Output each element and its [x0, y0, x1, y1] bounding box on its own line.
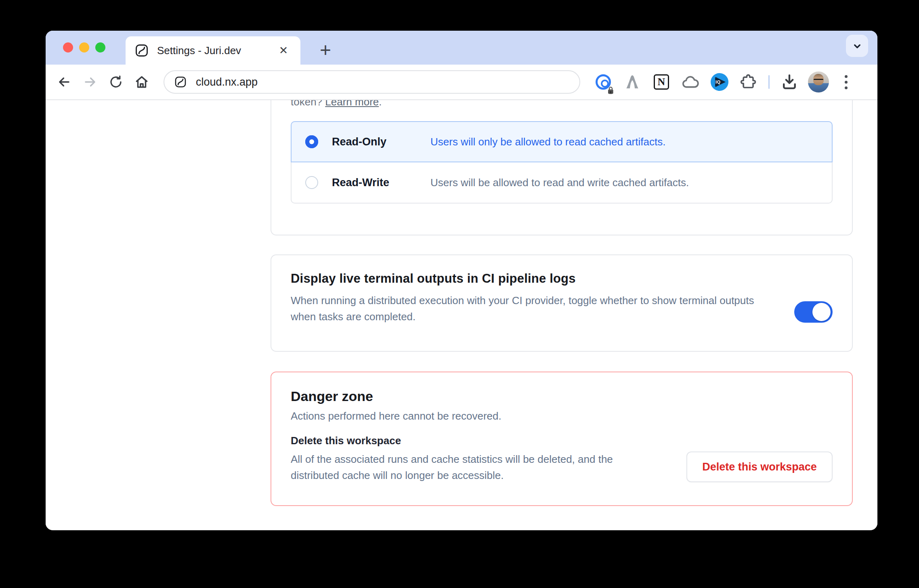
access-row-description: Users will be allowed to read and write … — [430, 176, 689, 189]
danger-zone-card: Danger zone Actions performed here canno… — [271, 372, 853, 506]
play-badge-icon: IQ — [711, 73, 728, 91]
access-row-read-only[interactable]: Read-Only Users will only be allowed to … — [291, 121, 833, 162]
site-favicon-icon — [174, 76, 187, 88]
access-token-card: token? Learn more. Read-Only Users will … — [271, 100, 853, 235]
lock-icon: 🔒 — [606, 87, 615, 94]
access-row-label: Read-Write — [332, 176, 430, 189]
access-level-table: Read-Only Users will only be allowed to … — [291, 121, 833, 204]
forward-button[interactable] — [77, 69, 103, 95]
extensions-menu-button[interactable] — [736, 69, 761, 94]
forward-arrow-icon — [82, 74, 98, 90]
extension-cluster: 🔒 N IQ — [591, 69, 857, 94]
notion-extension-button[interactable]: N — [649, 69, 674, 94]
access-row-label: Read-Only — [332, 136, 430, 148]
mountain-peak-icon — [624, 74, 641, 90]
close-tab-icon[interactable]: ✕ — [275, 44, 292, 57]
browser-menu-button[interactable] — [835, 69, 857, 94]
play-badge-extension-button[interactable]: IQ — [707, 69, 732, 94]
toolbar-divider — [768, 75, 770, 89]
delete-workspace-description: All of the associated runs and cache sta… — [291, 451, 646, 483]
learn-more-link[interactable]: Learn more — [325, 100, 379, 108]
page-content: token? Learn more. Read-Only Users will … — [46, 100, 877, 529]
back-arrow-icon — [57, 74, 72, 90]
access-row-read-write[interactable]: Read-Write Users will be allowed to read… — [291, 162, 833, 204]
chevron-down-icon — [851, 40, 863, 52]
terminal-card-title: Display live terminal outputs in CI pipe… — [291, 271, 833, 286]
onepassword-extension-button[interactable]: 🔒 — [591, 69, 616, 94]
kebab-menu-icon — [845, 75, 848, 78]
tab-strip: Settings - Juri.dev ✕ + — [46, 31, 877, 65]
danger-zone-title: Danger zone — [291, 388, 833, 404]
avatar — [808, 71, 829, 92]
nx-cloud-favicon-icon — [134, 43, 149, 58]
new-tab-button[interactable]: + — [313, 37, 338, 62]
url-text: cloud.nx.app — [196, 76, 258, 88]
maximize-window-button[interactable] — [95, 42, 105, 52]
peak-extension-button[interactable] — [620, 69, 645, 94]
delete-workspace-title: Delete this workspace — [291, 435, 833, 447]
toggle-knob — [812, 303, 831, 321]
browser-toolbar: cloud.nx.app 🔒 N IQ — [46, 65, 877, 100]
traffic-lights — [63, 42, 105, 52]
radio-selected-icon[interactable] — [305, 135, 318, 148]
reload-button[interactable] — [103, 69, 129, 95]
home-icon — [134, 74, 149, 90]
danger-zone-subtitle: Actions performed here cannot be recover… — [291, 410, 833, 422]
radio-unselected-icon[interactable] — [305, 176, 318, 189]
access-row-description: Users will only be allowed to read cache… — [430, 136, 665, 148]
tab-settings[interactable]: Settings - Juri.dev ✕ — [126, 36, 300, 65]
access-token-help-text: token? Learn more. — [291, 100, 833, 110]
browser-window: Settings - Juri.dev ✕ + — [46, 31, 877, 530]
tab-search-chevron-button[interactable] — [846, 35, 868, 57]
close-window-button[interactable] — [63, 42, 73, 52]
puzzle-icon — [740, 73, 757, 91]
notion-icon: N — [654, 74, 669, 90]
cloud-icon — [681, 73, 700, 91]
terminal-card-description: When running a distributed execution wit… — [291, 292, 779, 325]
reload-icon — [109, 75, 123, 89]
cloud-extension-button[interactable] — [678, 69, 703, 94]
delete-workspace-button[interactable]: Delete this workspace — [686, 452, 833, 482]
download-icon — [781, 73, 798, 91]
home-button[interactable] — [129, 69, 155, 95]
back-button[interactable] — [51, 69, 77, 95]
terminal-outputs-card: Display live terminal outputs in CI pipe… — [271, 254, 853, 352]
address-bar[interactable]: cloud.nx.app — [164, 70, 580, 94]
tab-title: Settings - Juri.dev — [157, 44, 275, 57]
downloads-button[interactable] — [777, 69, 802, 94]
minimize-window-button[interactable] — [79, 42, 89, 52]
terminal-outputs-toggle[interactable] — [794, 301, 833, 323]
profile-button[interactable] — [806, 69, 831, 94]
